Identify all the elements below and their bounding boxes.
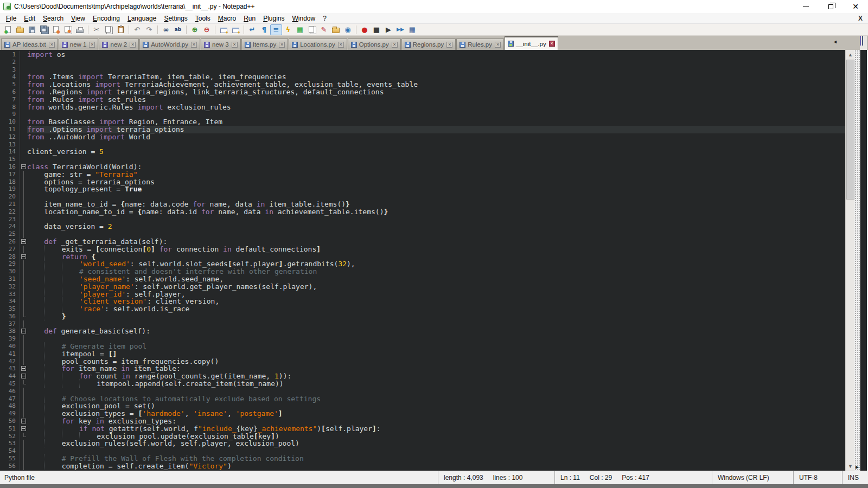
macro-stop-icon[interactable]: ■ (371, 24, 382, 35)
code-line-1[interactable]: 1import os (0, 51, 845, 59)
code-line-12[interactable]: 12from ..AutoWorld import World (0, 133, 845, 141)
doc-list-icon[interactable] (306, 24, 318, 35)
macro-record-icon[interactable]: ● (359, 24, 371, 35)
menu-edit[interactable]: Edit (20, 14, 39, 23)
tab-close-icon[interactable]: × (549, 41, 555, 47)
close-button[interactable]: ✕ (843, 0, 868, 13)
new-file-icon[interactable]: ● (2, 24, 14, 35)
code-line-30[interactable]: 30 # consistent and doesn't interfere wi… (0, 268, 845, 275)
tab-autoworld.py[interactable]: AutoWorld.py× (139, 38, 200, 50)
menu-macro[interactable]: Macro (214, 14, 240, 23)
code-line-6[interactable]: 6from .Regions import terraria_regions, … (0, 88, 845, 96)
tab-close-icon[interactable]: × (232, 42, 238, 48)
code-line-53[interactable]: 53 exclusion_rules(self.world, self.play… (0, 440, 845, 447)
tab-new-1[interactable]: new 1× (59, 38, 99, 50)
close-document-x-button[interactable]: X (858, 15, 863, 22)
tab-__init__.py[interactable]: __init__.py× (505, 36, 558, 50)
replace-icon[interactable]: ab (172, 24, 184, 35)
menu-search[interactable]: Search (39, 14, 67, 23)
code-line-15[interactable]: 15 (0, 156, 845, 163)
view-splitter-handle[interactable] (854, 50, 860, 471)
code-line-51[interactable]: 51 if not getattr(self.world, f"include_… (0, 425, 845, 433)
menu-file[interactable]: File (2, 14, 20, 23)
code-line-55[interactable]: 55 # Prefill the Wall of Flesh with the … (0, 455, 845, 463)
tab-ap-ideas.txt[interactable]: AP Ideas.txt× (1, 38, 58, 50)
tab-close-icon[interactable]: × (191, 42, 197, 48)
code-line-28[interactable]: 28 return { (0, 253, 845, 261)
tab-new-3[interactable]: new 3× (201, 38, 241, 50)
code-line-16[interactable]: 16class TerrariaWorld(World): (0, 163, 845, 171)
macro-run-icon[interactable]: ▶▶ (394, 24, 406, 35)
redo-icon[interactable]: ↷ (143, 24, 155, 35)
tab-close-icon[interactable]: × (338, 42, 344, 48)
code-line-46[interactable]: 46 (0, 388, 845, 395)
code-line-5[interactable]: 5from .Locations import TerrariaAchievem… (0, 81, 845, 88)
tab-scroll-left-arrow-icon[interactable]: ◄ (833, 39, 838, 44)
tab-close-icon[interactable]: × (130, 42, 136, 48)
code-line-36[interactable]: 36 } (0, 313, 845, 320)
tab-close-icon[interactable]: × (446, 42, 452, 48)
code-line-13[interactable]: 13 (0, 141, 845, 149)
print-icon[interactable] (74, 24, 86, 35)
menu-help[interactable]: ? (319, 14, 330, 23)
copy-icon[interactable] (103, 24, 114, 35)
scrollbar-thumb[interactable] (846, 60, 854, 200)
close-all-icon[interactable]: ● (62, 24, 74, 35)
tab-close-icon[interactable]: × (89, 42, 95, 48)
close-icon[interactable]: ● (50, 24, 62, 35)
fold-collapse-icon[interactable] (20, 365, 27, 373)
code-line-32[interactable]: 32 'player_name': self.world.get_player_… (0, 283, 845, 291)
code-line-4[interactable]: 4from .Items import TerrariaItem, item_t… (0, 73, 845, 81)
code-line-3[interactable]: 3 (0, 66, 845, 74)
fold-collapse-icon[interactable] (20, 418, 27, 425)
doc-map-icon[interactable]: ▦ (294, 24, 306, 35)
code-line-11[interactable]: 11from .Options import terraria_options (0, 126, 845, 133)
code-line-56[interactable]: 56 completion = self.create_item("Victor… (0, 463, 845, 470)
fold-collapse-icon[interactable] (20, 373, 27, 380)
find-icon[interactable]: ∞ (160, 24, 172, 35)
code-line-20[interactable]: 20 (0, 193, 845, 201)
fold-collapse-icon[interactable] (20, 328, 27, 335)
paste-icon[interactable] (114, 24, 126, 35)
code-line-35[interactable]: 35 'race': self.world.is_race (0, 305, 845, 313)
sync-scroll-horizontal-icon[interactable] (229, 24, 241, 35)
code-line-26[interactable]: 26 def _get_terraria_data(self): (0, 238, 845, 246)
code-line-7[interactable]: 7from .Rules import set_rules (0, 96, 845, 104)
fold-collapse-icon[interactable] (20, 425, 27, 433)
tab-new-2[interactable]: new 2× (99, 38, 139, 50)
menu-language[interactable]: Language (124, 14, 160, 23)
tab-close-icon[interactable]: × (495, 42, 501, 48)
code-line-52[interactable]: 52 exclusion_pool.update(exclusion_table… (0, 433, 845, 440)
code-line-19[interactable]: 19 topology_present = True (0, 185, 845, 193)
menu-tools[interactable]: Tools (192, 14, 214, 23)
code-line-45[interactable]: 45 itempool.append(self.create_item(item… (0, 380, 845, 388)
code-line-34[interactable]: 34 'client_version': client_version, (0, 298, 845, 305)
restore-button[interactable] (818, 0, 843, 13)
status-insert-mode[interactable]: INS (842, 471, 868, 484)
view-eye-icon[interactable]: ◉ (342, 24, 354, 35)
code-editor[interactable]: 1import os2 3 4from .Items import Terrar… (0, 50, 845, 471)
menu-settings[interactable]: Settings (160, 14, 191, 23)
code-line-21[interactable]: 21 item_name_to_id = {name: data.code fo… (0, 201, 845, 208)
tab-close-icon[interactable]: × (392, 42, 398, 48)
code-line-18[interactable]: 18 options = terraria_options (0, 178, 845, 186)
indent-guide-icon[interactable]: ≡ (270, 24, 282, 35)
code-line-10[interactable]: 10from BaseClasses import Region, Entran… (0, 118, 845, 126)
tab-options.py[interactable]: Options.py× (348, 38, 401, 50)
menu-encoding[interactable]: Encoding (89, 14, 124, 23)
code-line-24[interactable]: 24 data_version = 2 (0, 223, 845, 230)
save-icon[interactable] (26, 24, 38, 35)
mark-pen-icon[interactable]: ✎ (318, 24, 330, 35)
tab-close-icon[interactable]: × (279, 42, 285, 48)
code-line-38[interactable]: 38 def generate_basic(self): (0, 328, 845, 335)
code-line-43[interactable]: 43 for item_name in item_table: (0, 365, 845, 373)
code-line-42[interactable]: 42 pool_counts = item_frequencies.copy() (0, 358, 845, 365)
code-line-40[interactable]: 40 # Generate item pool (0, 343, 845, 350)
macro-save-icon[interactable]: ▦ (406, 24, 418, 35)
fold-collapse-icon[interactable] (20, 238, 27, 246)
save-all-icon[interactable] (38, 24, 50, 35)
code-line-41[interactable]: 41 itempool = [] (0, 350, 845, 358)
scrollbar-down-arrow-icon[interactable]: ▼ (846, 461, 855, 471)
code-line-9[interactable]: 9 (0, 111, 845, 118)
code-line-14[interactable]: 14client_version = 5 (0, 148, 845, 156)
